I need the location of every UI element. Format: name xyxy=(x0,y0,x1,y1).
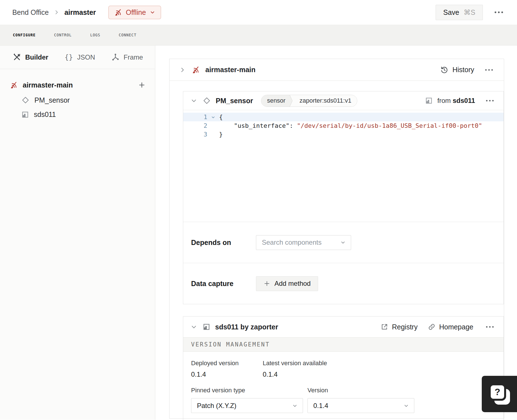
version-value: 0.1.4 xyxy=(313,402,328,410)
latest-version-label: Latest version available xyxy=(263,360,327,367)
mode-json-label: JSON xyxy=(77,53,95,61)
ellipsis-icon xyxy=(485,69,493,71)
wifi-off-icon xyxy=(10,81,18,89)
ellipsis-icon xyxy=(494,11,504,14)
save-label: Save xyxy=(443,8,459,16)
tree-item-pm-sensor[interactable]: PM_sensor xyxy=(21,96,147,104)
deployed-version-label: Deployed version xyxy=(191,360,263,367)
plus-icon xyxy=(138,81,145,89)
mode-builder[interactable]: Builder xyxy=(13,53,48,61)
module-card-header: sds011 by zaporter Registry xyxy=(183,317,504,337)
chevron-right-icon xyxy=(179,67,185,73)
tab-connect[interactable]: CONNECT xyxy=(118,31,137,39)
tree-item-airmaster-main[interactable]: airmaster-main xyxy=(10,80,147,90)
code-line-1[interactable]: 1 { xyxy=(183,113,504,121)
collapse-module-button[interactable] xyxy=(190,323,198,331)
code-text: { xyxy=(219,113,223,121)
depends-on-row: Depends on Search components xyxy=(183,222,504,263)
line-number: 1 xyxy=(183,113,207,121)
ellipsis-icon xyxy=(486,99,494,102)
component-card-header: PM_sensor sensor zaporter:sds011:v1 xyxy=(183,91,504,110)
component-diamond-icon xyxy=(21,96,30,104)
mode-builder-label: Builder xyxy=(25,53,48,61)
registry-label: Registry xyxy=(392,323,418,331)
mode-json[interactable]: {} JSON xyxy=(65,53,95,61)
top-header: Bend Office airmaster Offline Save ⌘S xyxy=(0,0,517,25)
tab-logs[interactable]: LOGS xyxy=(90,31,101,39)
breadcrumb: Bend Office airmaster Offline xyxy=(12,6,161,19)
chevron-down-icon xyxy=(191,98,197,104)
version-label: Version xyxy=(307,387,414,394)
version-select[interactable]: 0.1.4 xyxy=(307,398,414,413)
data-capture-label: Data capture xyxy=(191,280,256,288)
component-overflow-menu-button[interactable] xyxy=(483,97,496,104)
data-capture-row: Data capture Add method xyxy=(183,263,504,304)
module-icon xyxy=(21,111,29,119)
mode-frame[interactable]: Frame xyxy=(111,53,143,61)
save-button[interactable]: Save ⌘S xyxy=(436,5,483,20)
machine-status-label: Offline xyxy=(126,8,146,16)
registry-link[interactable]: Registry xyxy=(380,323,418,331)
breadcrumb-machine-name: airmaster xyxy=(64,8,96,16)
component-model-badge: zaporter:sds011:v1 xyxy=(294,95,357,107)
homepage-label: Homepage xyxy=(439,323,473,331)
machine-status-badge[interactable]: Offline xyxy=(108,6,161,19)
code-value: "/dev/serial/by-id/usb-1a86_USB_Serial-i… xyxy=(297,121,482,130)
main-content: airmaster-main History xyxy=(155,46,517,420)
history-button[interactable]: History xyxy=(440,66,474,74)
deployed-version-value: 0.1.4 xyxy=(191,371,263,378)
expand-part-button[interactable] xyxy=(178,66,186,74)
from-module-text: from sds011 xyxy=(437,97,475,105)
collapse-component-button[interactable] xyxy=(190,97,198,105)
tree-part-label: airmaster-main xyxy=(23,81,73,89)
latest-version-value: 0.1.4 xyxy=(263,371,327,378)
pinned-version-type-label: Pinned version type xyxy=(191,387,307,394)
tree-item-sds011[interactable]: sds011 xyxy=(21,110,147,119)
breadcrumb-location[interactable]: Bend Office xyxy=(12,8,49,16)
chevron-down-icon xyxy=(292,403,298,409)
pinned-version-type-value: Patch (X.Y.Z) xyxy=(197,402,236,410)
module-title: sds011 by zaporter xyxy=(215,323,278,331)
help-icon: ? xyxy=(489,383,510,405)
tab-configure[interactable]: CONFIGURE xyxy=(12,31,36,39)
component-type-badge: sensor xyxy=(261,95,289,107)
save-shortcut: ⌘S xyxy=(464,8,475,16)
attributes-code-editor[interactable]: 1 { 2 "usb_interface": "/dev/serial/by-i… xyxy=(183,110,504,222)
history-label: History xyxy=(452,66,474,74)
help-button[interactable]: ? xyxy=(482,376,517,412)
module-overflow-menu-button[interactable] xyxy=(483,323,496,331)
tools-icon xyxy=(13,53,21,61)
homepage-link[interactable]: Homepage xyxy=(428,323,473,331)
component-diamond-icon xyxy=(203,96,211,105)
tree-child-label: PM_sensor xyxy=(34,96,70,104)
chevron-down-icon xyxy=(403,403,409,409)
question-mark-glyph: ? xyxy=(489,383,506,401)
frame-axes-icon xyxy=(111,53,119,61)
fold-chevron-icon[interactable] xyxy=(207,113,219,121)
chevron-down-icon xyxy=(150,10,155,15)
code-line-3[interactable]: 3 } xyxy=(183,130,504,139)
code-line-2[interactable]: 2 "usb_interface": "/dev/serial/by-id/us… xyxy=(183,121,504,130)
header-overflow-menu-button[interactable] xyxy=(492,8,506,16)
history-icon xyxy=(440,66,448,74)
tab-bar: CONFIGURE CONTROL LOGS CONNECT xyxy=(0,25,517,46)
depends-on-label: Depends on xyxy=(191,239,256,247)
header-actions: Save ⌘S xyxy=(436,5,506,20)
chevron-down-icon xyxy=(340,240,346,245)
module-icon xyxy=(425,97,433,105)
chevron-right-icon xyxy=(54,10,59,15)
add-method-button[interactable]: Add method xyxy=(256,276,318,291)
line-number: 2 xyxy=(183,121,207,130)
component-title: PM_sensor xyxy=(216,97,253,105)
part-card-header: airmaster-main History xyxy=(170,59,504,81)
pinned-version-type-select[interactable]: Patch (X.Y.Z) xyxy=(191,398,303,413)
resource-tree: airmaster-main PM_sensor xyxy=(0,69,155,119)
component-card-pm-sensor: PM_sensor sensor zaporter:sds011:v1 xyxy=(183,91,504,304)
depends-on-select[interactable]: Search components xyxy=(256,235,351,250)
add-resource-button[interactable] xyxy=(137,80,147,90)
part-card: airmaster-main History xyxy=(169,59,504,419)
part-overflow-menu-button[interactable] xyxy=(483,66,495,74)
tab-control[interactable]: CONTROL xyxy=(53,31,72,39)
wifi-off-icon xyxy=(192,66,200,74)
line-number: 3 xyxy=(183,130,207,139)
